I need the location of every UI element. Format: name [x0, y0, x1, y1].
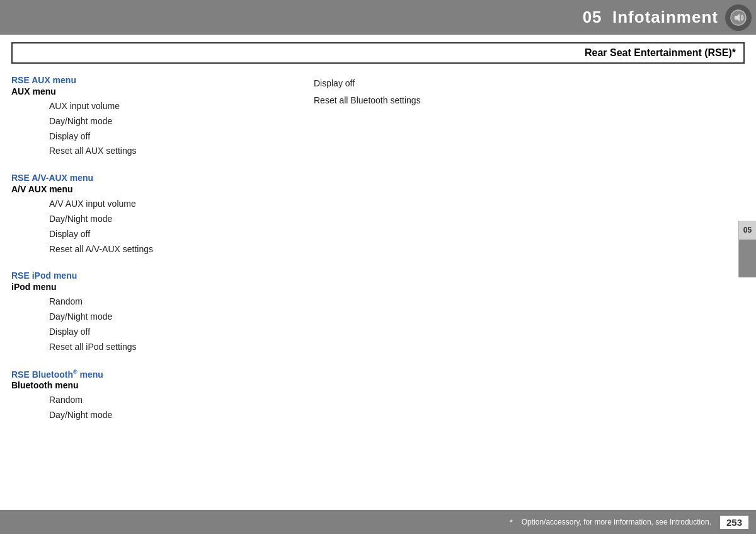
list-item: Day/Night mode — [49, 212, 301, 227]
list-item: Reset all Bluetooth settings — [314, 92, 745, 109]
ipod-subtitle: iPod menu — [11, 282, 301, 292]
list-item: Random — [49, 294, 301, 310]
aux-menu-items: AUX input volume Day/Night mode Display … — [11, 99, 301, 159]
list-item: Day/Night mode — [49, 408, 301, 423]
footer-note: Option/accessory, for more information, … — [522, 518, 711, 526]
list-item: Reset all A/V-AUX settings — [49, 242, 301, 257]
bluetooth-subtitle: Bluetooth menu — [11, 380, 301, 390]
list-item: Reset all AUX settings — [49, 144, 301, 159]
list-item: Day/Night mode — [49, 114, 301, 129]
rse-bluetooth-title: RSE Bluetooth® menu — [11, 369, 301, 380]
section-title: Rear Seat Entertainment (RSE)* — [585, 47, 736, 58]
list-item: A/V AUX input volume — [49, 197, 301, 212]
list-item: Reset all iPod settings — [49, 340, 301, 355]
rse-ipod-title: RSE iPod menu — [11, 270, 301, 281]
list-item: Display off — [49, 227, 301, 242]
rse-av-aux-title: RSE A/V-AUX menu — [11, 173, 301, 183]
list-item: Random — [49, 393, 301, 408]
left-column: RSE AUX menu AUX menu AUX input volume D… — [11, 75, 301, 437]
header-bar: 05 Infotainment — [0, 0, 756, 35]
chapter-title: 05 Infotainment — [583, 8, 718, 27]
footer: * Option/accessory, for more information… — [0, 510, 756, 534]
side-tab-bar — [739, 240, 757, 277]
av-aux-subtitle: A/V AUX menu — [11, 184, 301, 194]
footer-asterisk: * — [510, 518, 513, 527]
section-title-bar: Rear Seat Entertainment (RSE)* — [11, 42, 745, 64]
chapter-name: Infotainment — [612, 8, 718, 26]
rse-bluetooth-section: RSE Bluetooth® menu Bluetooth menu Rando… — [11, 369, 301, 423]
list-item: Display off — [314, 75, 745, 92]
rse-aux-title: RSE AUX menu — [11, 75, 301, 85]
footer-page-number: 253 — [720, 516, 748, 529]
list-item: AUX input volume — [49, 99, 301, 114]
chapter-number: 05 — [583, 8, 602, 26]
main-content: RSE AUX menu AUX menu AUX input volume D… — [11, 75, 745, 437]
aux-menu-subtitle: AUX menu — [11, 86, 301, 96]
list-item: Display off — [49, 129, 301, 144]
rse-ipod-section: RSE iPod menu iPod menu Random Day/Night… — [11, 270, 301, 354]
rse-aux-section: RSE AUX menu AUX menu AUX input volume D… — [11, 75, 301, 159]
list-item: Display off — [49, 325, 301, 340]
rse-av-aux-section: RSE A/V-AUX menu A/V AUX menu A/V AUX in… — [11, 173, 301, 257]
list-item: Day/Night mode — [49, 310, 301, 325]
bluetooth-items: Random Day/Night mode — [11, 393, 301, 423]
ipod-items: Random Day/Night mode Display off Reset … — [11, 294, 301, 354]
side-tab: 05 — [738, 221, 756, 277]
side-tab-number: 05 — [743, 221, 752, 240]
av-aux-items: A/V AUX input volume Day/Night mode Disp… — [11, 197, 301, 257]
right-column: Display off Reset all Bluetooth settings — [301, 75, 745, 437]
speaker-icon — [725, 4, 752, 31]
